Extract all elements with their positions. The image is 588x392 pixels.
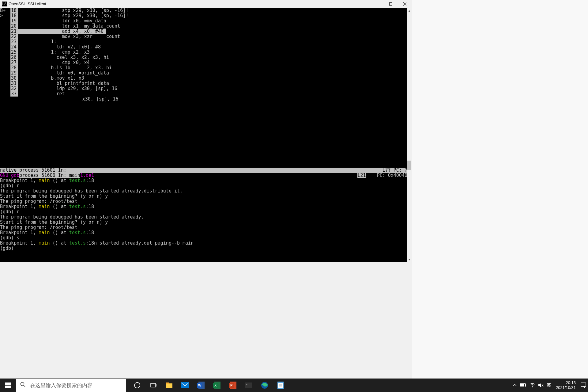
console-line: (gdb) r xyxy=(0,209,412,215)
svg-rect-4 xyxy=(5,382,8,385)
source-code: ldp x29, x30, [sp], 16 xyxy=(18,86,117,91)
source-code: add x4, x0, #40 xyxy=(18,29,106,34)
source-line: 31 bl printfprint_data xyxy=(10,81,408,86)
word-icon[interactable]: W xyxy=(193,379,209,392)
source-code: stp x29, x30, [sp, -16]! xyxy=(18,13,128,18)
source-code: ldr x0, =print_data xyxy=(18,70,109,76)
svg-rect-37 xyxy=(520,384,524,386)
notifications-icon[interactable] xyxy=(581,379,586,392)
source-line: 30 b.mov x1, x3 xyxy=(10,76,408,81)
line-number: 29 xyxy=(10,70,18,76)
source-line: 25 1: cmp x2, x3 xyxy=(10,50,408,55)
battery-icon[interactable] xyxy=(520,379,526,392)
status-bar-native: native process 51601 In: L?? PC: ?? xyxy=(0,168,412,173)
line-number: 23 xyxy=(10,39,18,44)
minimize-button[interactable] xyxy=(370,0,384,8)
svg-line-9 xyxy=(24,385,25,387)
console-line: Breakpoint 1, main () at test.s:18n star… xyxy=(0,241,412,246)
start-button[interactable] xyxy=(0,379,16,392)
terminal[interactable]: B+> 18 stp x29, x30, [sp, -16]!18 stp x2… xyxy=(0,8,412,262)
taskbar[interactable]: 在这里输入你要搜索的内容 W X P >_ xyxy=(0,379,588,392)
source-line: 26 csel x3, x2, x3, hi xyxy=(10,55,408,60)
source-code: stp x29, x30, [sp, -16]! xyxy=(18,8,128,13)
source-code: mov x3, xzr count xyxy=(18,34,120,39)
svg-text:P: P xyxy=(230,383,232,387)
line-number: 24 xyxy=(10,44,18,50)
cortana-icon[interactable] xyxy=(129,379,145,392)
mail-icon[interactable] xyxy=(177,379,193,392)
line-number: 21 xyxy=(10,29,18,34)
console-line: Breakpoint 1, main () at test.s:18 xyxy=(0,230,412,235)
scroll-down-icon[interactable]: ▾ xyxy=(407,257,412,262)
svg-text:X: X xyxy=(214,383,217,387)
breakpoint-gutter: B+> xyxy=(0,8,10,18)
window-scrollbar[interactable]: ▴ ▾ xyxy=(407,8,412,262)
source-code: x30, [sp], 16 xyxy=(10,97,118,102)
cmd-icon: C:\ xyxy=(2,2,7,6)
source-line: 33 ret xyxy=(10,91,408,97)
source-code: b.ls 1b 2, x3, hi xyxy=(18,65,112,70)
line-number: 32 xyxy=(10,86,18,91)
svg-rect-17 xyxy=(181,382,189,388)
console-line: Start it from the beginning? (y or n) y xyxy=(0,220,412,225)
line-number: 18 xyxy=(10,8,18,13)
taskbar-search[interactable]: 在这里输入你要搜索的内容 xyxy=(16,379,126,392)
file-explorer-icon[interactable] xyxy=(161,379,177,392)
svg-rect-1 xyxy=(390,2,392,5)
svg-rect-6 xyxy=(5,386,8,388)
line-number: 26 xyxy=(10,55,18,60)
line-number: 22 xyxy=(10,34,18,39)
source-code: ldr x1, my_data_count xyxy=(18,24,120,29)
volume-icon[interactable] xyxy=(538,379,544,392)
console-line: Breakpoint 1, main () at test.s:18 xyxy=(0,204,412,209)
line-number: 19 xyxy=(10,18,18,24)
ime-indicator[interactable]: 英 xyxy=(547,379,551,392)
taskbar-clock[interactable]: 20:13 2021/10/31 xyxy=(554,380,578,390)
taskview-icon[interactable] xyxy=(145,379,161,392)
desktop-background xyxy=(412,0,588,379)
console-line: The program being debugged has been star… xyxy=(0,215,412,220)
svg-rect-16 xyxy=(166,385,172,385)
maximize-button[interactable] xyxy=(384,0,398,8)
gdb-console[interactable]: Breakpoint 1, main () at test.s:18(gdb) … xyxy=(0,178,412,262)
powerpoint-icon[interactable]: P xyxy=(225,379,241,392)
source-line: 24 ldr x2, [x0], #8 xyxy=(10,44,408,50)
close-button[interactable] xyxy=(398,0,412,8)
wifi-icon[interactable] xyxy=(530,379,535,392)
search-icon xyxy=(20,382,26,389)
source-line: 21 add x4, x0, #40 xyxy=(10,29,408,34)
line-number: 20 xyxy=(10,24,18,29)
source-line: 18 stp x29, x30, [sp, -16]! xyxy=(10,8,408,13)
source-line: 18 stp x29, x30, [sp, -16]! xyxy=(10,13,408,18)
source-code: ret xyxy=(18,91,65,97)
excel-icon[interactable]: X xyxy=(209,379,225,392)
terminal-taskbar-icon[interactable]: >_ xyxy=(241,379,257,392)
svg-rect-7 xyxy=(8,386,11,388)
svg-rect-5 xyxy=(8,382,11,385)
line-number: 31 xyxy=(10,81,18,86)
status-bar-gdb: GNU gdbprocess 51606 In: main1.oe1 L21 P… xyxy=(0,173,412,178)
scroll-up-icon[interactable]: ▴ xyxy=(407,8,412,13)
window-title: OpenSSH SSH client xyxy=(9,2,370,6)
source-line: x30, [sp], 16 xyxy=(10,97,408,102)
line-number: 28 xyxy=(10,65,18,70)
svg-text:W: W xyxy=(198,383,202,387)
console-line: The ping program: /root/test xyxy=(0,225,412,230)
edge-icon[interactable] xyxy=(257,379,273,392)
source-code: 1: cmp x2, x3 xyxy=(18,50,90,55)
tray-overflow-icon[interactable] xyxy=(513,379,517,392)
svg-rect-15 xyxy=(166,382,169,384)
console-line: The ping program: /root/test xyxy=(0,199,412,204)
scrollbar-thumb[interactable] xyxy=(407,161,411,170)
svg-point-38 xyxy=(532,386,533,387)
titlebar[interactable]: C:\ OpenSSH SSH client xyxy=(0,0,412,8)
console-line: The program being debugged has been star… xyxy=(0,188,412,194)
svg-rect-36 xyxy=(526,384,526,386)
notepad-icon[interactable] xyxy=(273,379,288,392)
source-code: csel x3, x2, x3, hi xyxy=(18,55,109,60)
source-line: 28 b.ls 1b 2, x3, hi xyxy=(10,65,408,70)
svg-text:>_: >_ xyxy=(246,383,249,386)
svg-rect-42 xyxy=(581,383,586,386)
search-placeholder: 在这里输入你要搜索的内容 xyxy=(30,382,92,389)
svg-point-10 xyxy=(134,382,140,388)
